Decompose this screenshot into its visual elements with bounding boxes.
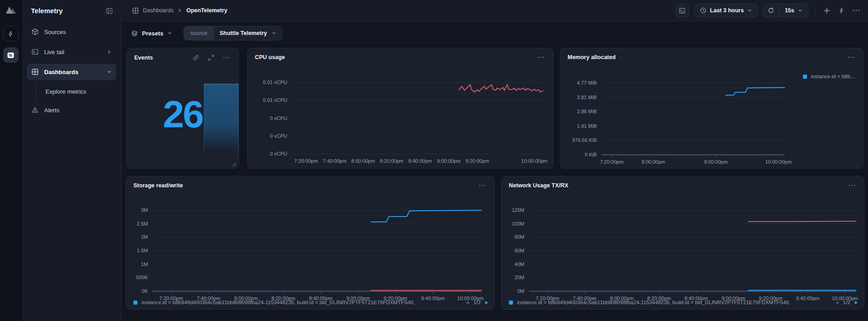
sidebar-item-sources[interactable]: Sources	[27, 24, 116, 40]
sidebar-item-label: Sources	[44, 29, 112, 35]
collapse-sidebar-icon[interactable]	[106, 7, 113, 15]
storage-read-write-panel: Storage read/write ··· 3M2.5M2M1.5M1M500…	[126, 176, 495, 310]
series-color-chip	[133, 301, 137, 305]
memory-legend[interactable]: instance.id = b8b...	[803, 74, 855, 79]
pager-prev-icon[interactable]: ◀	[466, 300, 469, 305]
axiom-logo-icon	[5, 5, 17, 15]
source-filter-value: Shuttle Telemetry	[220, 30, 267, 36]
cube-icon	[31, 28, 39, 35]
panel-title: Events	[134, 55, 184, 61]
panel-menu-button[interactable]: ···	[848, 183, 856, 188]
toolbar-divider	[815, 6, 815, 15]
pager-page-label: 1/2	[843, 300, 850, 305]
memory-allocated-chart: 4.77 MiB3.81 MiB2.86 MiB1.91 MiB976.56 K…	[568, 83, 785, 165]
legend-pager: ◀ 1/2 ▶	[835, 300, 858, 305]
series-color-chip	[509, 301, 513, 305]
flash-rail-button[interactable]	[3, 26, 19, 41]
chevron-down-icon	[798, 8, 802, 13]
legend-label[interactable]: instance.id = b8b949d400364c5ab11bb80809…	[517, 300, 831, 305]
network-usage-panel: Network Usage TX/RX ··· 120M100M80M60M40…	[501, 176, 864, 310]
time-range-label: Last 3 hours	[710, 7, 744, 14]
sidebar-item-dashboards[interactable]: Dashboards	[27, 64, 116, 80]
chevron-right-icon	[178, 8, 182, 13]
chevron-down-icon	[107, 70, 112, 74]
pager-next-icon[interactable]: ▶	[485, 300, 488, 305]
sidebar-item-label: Live tail	[44, 49, 102, 55]
refresh-interval-select[interactable]: 15s	[779, 4, 808, 17]
network-chart: 120M100M80M60M40M20M0M7:20:00pm7:40:00pm…	[509, 210, 856, 301]
chevron-right-icon	[107, 50, 112, 54]
breadcrumb: Dashboards OpenTelemetry	[132, 7, 227, 14]
presets-label: Presets	[142, 30, 163, 37]
panel-menu-button[interactable]: ···	[479, 183, 487, 188]
sidebar-item-label: Explore metrics	[46, 88, 86, 95]
pager-prev-icon[interactable]: ◀	[835, 300, 838, 305]
app-rail	[0, 0, 22, 321]
panel-menu-button[interactable]: ···	[848, 55, 855, 60]
telemetry-dashboard: Telemetry Sources	[0, 0, 868, 321]
storage-legend: instance.id = b8b949d400364c5ab11bb80809…	[133, 300, 488, 305]
expand-icon[interactable]	[208, 55, 214, 61]
alert-triangle-icon	[31, 106, 39, 114]
refresh-icon	[768, 7, 774, 14]
sidebar: Telemetry Sources	[22, 0, 122, 321]
cpu-usage-chart: 0.01 vCPU0.01 vCPU0 vCPU0 vCPU0 vCPU7:20…	[255, 82, 543, 164]
legend-pager: ◀ 1/2 ▶	[466, 300, 488, 305]
panel-menu-button[interactable]: ···	[223, 55, 231, 60]
topbar: Dashboards OpenTelemetry	[122, 0, 868, 21]
legend-label[interactable]: instance.id = b8b949d400364c5ab11bb80809…	[142, 300, 462, 305]
panel-title: Storage read/write	[133, 182, 470, 189]
sidebar-item-explore-metrics[interactable]: Explore metrics	[36, 84, 116, 99]
sidebar-item-label: Dashboards	[44, 69, 102, 75]
presets-dropdown[interactable]: Presets	[131, 30, 172, 37]
refresh-control: 15s	[763, 4, 808, 17]
breadcrumb-section[interactable]: Dashboards	[143, 7, 173, 14]
terminal-icon	[31, 48, 39, 55]
filter-bar: Presets source Shuttle Telemetry	[122, 21, 868, 45]
flash-button[interactable]	[837, 7, 847, 14]
series-color-chip	[803, 75, 807, 79]
more-options-button[interactable]: ···	[852, 8, 862, 13]
cpu-usage-panel: CPU usage ··· 0.01 vCPU0.01 vCPU0 vCPU0 …	[247, 48, 553, 169]
breadcrumb-page: OpenTelemetry	[186, 7, 227, 14]
resize-handle[interactable]	[232, 162, 236, 166]
pager-page-label: 1/2	[473, 300, 481, 305]
sidebar-item-live-tail[interactable]: Live tail	[27, 44, 116, 60]
panel-title: Memory allocated	[568, 54, 839, 60]
layers-icon	[131, 30, 138, 37]
panel-title: CPU usage	[255, 54, 529, 60]
add-panel-button[interactable]	[822, 7, 832, 14]
source-filter[interactable]: source Shuttle Telemetry	[183, 26, 283, 40]
chevron-down-icon	[272, 31, 276, 35]
dashboards-grid-icon	[31, 68, 39, 75]
sidebar-item-label: Alerts	[44, 107, 112, 114]
telemetry-rail-button[interactable]	[3, 47, 19, 63]
source-filter-key: source	[184, 26, 214, 40]
storage-chart: 3M2.5M2M1.5M1M500K0K7:20:00pm7:40:00pm8:…	[133, 210, 482, 301]
panel-menu-button[interactable]: ···	[538, 55, 545, 60]
memory-allocated-panel: Memory allocated ··· instance.id = b8b..…	[560, 48, 863, 169]
refresh-button[interactable]	[763, 4, 779, 17]
sidebar-item-alerts[interactable]: Alerts	[27, 102, 116, 118]
chevron-down-icon	[747, 8, 752, 13]
legend-label: instance.id = b8b...	[811, 74, 855, 79]
refresh-interval-label: 15s	[785, 7, 794, 14]
copy-link-icon[interactable]	[193, 54, 199, 61]
panel-title: Network Usage TX/RX	[509, 182, 840, 189]
clock-icon	[700, 7, 706, 14]
sidebar-title: Telemetry	[31, 7, 63, 15]
chevron-down-icon	[168, 31, 172, 35]
query-console-button[interactable]	[675, 4, 689, 17]
time-range-picker[interactable]: Last 3 hours	[694, 4, 758, 17]
events-count: 26	[127, 95, 239, 133]
pager-next-icon[interactable]: ▶	[855, 300, 858, 305]
events-panel: Events ··· 26	[127, 48, 239, 169]
dashboards-grid-icon	[132, 7, 139, 14]
network-legend: instance.id = b8b949d400364c5ab11bb80809…	[509, 300, 858, 305]
